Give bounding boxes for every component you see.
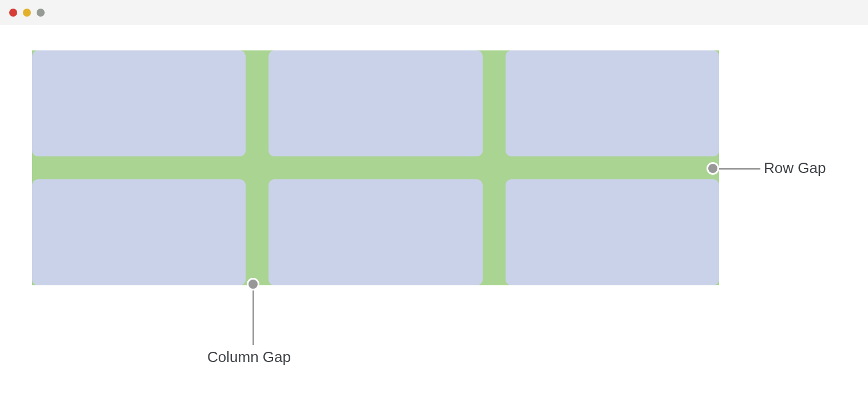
- grid-cell: [32, 50, 246, 156]
- grid-cell: [32, 179, 246, 285]
- grid-cell: [506, 50, 719, 156]
- window-maximize-button[interactable]: [37, 9, 45, 17]
- row-gap-annotation-line: [719, 168, 760, 170]
- row-gap-annotation-label: Row Gap: [764, 159, 826, 177]
- grid-cell: [269, 179, 482, 285]
- column-gap-annotation-label: Column Gap: [207, 348, 291, 366]
- window-close-button[interactable]: [9, 9, 17, 17]
- column-gap-annotation-dot: [247, 278, 259, 290]
- grid-container: [32, 50, 719, 285]
- grid-gap-diagram: [32, 50, 719, 285]
- row-gap-annotation-dot: [707, 162, 719, 175]
- grid-cell: [506, 179, 719, 285]
- window-titlebar: [0, 0, 868, 25]
- column-gap-annotation-line: [252, 290, 254, 345]
- grid-cell: [269, 50, 482, 156]
- window-minimize-button[interactable]: [23, 9, 31, 17]
